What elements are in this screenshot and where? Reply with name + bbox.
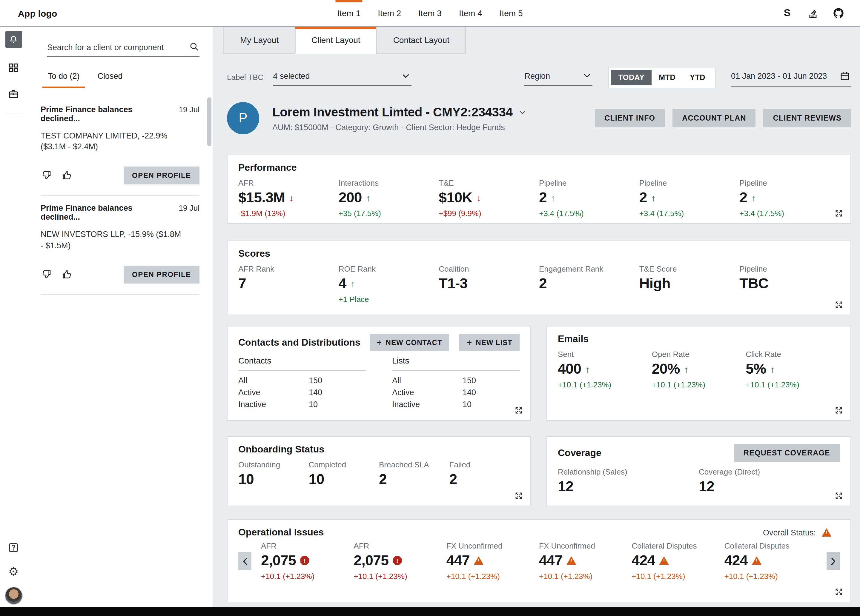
top-bar: App logo Item 1Item 2Item 3Item 4Item 5 …	[0, 0, 860, 27]
region-dropdown[interactable]: Region	[524, 69, 592, 86]
expand-icon[interactable]	[834, 209, 844, 218]
new-contact-button[interactable]: +NEW CONTACT	[369, 334, 449, 351]
briefcase-icon[interactable]	[5, 85, 22, 102]
metric-value: 12	[558, 478, 573, 495]
metric-sub: +3.4 (17.5%)	[539, 209, 639, 218]
arrow-down-icon: ↓	[289, 193, 294, 203]
metric-sub: +35 (17.5%)	[339, 209, 439, 218]
metric-value: 2,075	[353, 552, 389, 569]
metric-value: 10	[238, 471, 254, 487]
github-icon[interactable]	[833, 7, 844, 19]
stackoverflow-icon[interactable]	[807, 7, 819, 19]
metric-value: High	[639, 275, 670, 292]
metric-label: Sent	[558, 350, 652, 359]
search-icon[interactable]	[189, 41, 199, 52]
tab-my-layout[interactable]: My Layout	[223, 27, 295, 54]
expand-icon[interactable]	[834, 300, 844, 310]
metric-sub: +3.4 (17.5%)	[739, 209, 840, 218]
calendar-icon	[840, 71, 850, 81]
thumb-up-icon[interactable]	[61, 170, 74, 182]
carousel-next-button[interactable]	[827, 552, 840, 570]
client-reviews-button[interactable]: CLIENT REVIEWS	[764, 109, 851, 127]
multi-select-value: 4 selected	[273, 71, 310, 80]
carousel-prev-button[interactable]	[238, 552, 251, 570]
metric-afr-rank: AFR Rank7	[238, 265, 339, 304]
bell-icon[interactable]	[5, 31, 22, 48]
card-title: Prime Finance balances declined...	[41, 204, 173, 222]
request-coverage-button[interactable]: REQUEST COVERAGE	[734, 444, 840, 462]
thumb-up-icon[interactable]	[61, 269, 74, 281]
table-row: Inactive10	[392, 400, 519, 409]
group-heading: Contacts	[238, 356, 366, 371]
metric-sub: -$1.9M (13%)	[238, 209, 339, 218]
top-nav-item-4[interactable]: Item 4	[457, 0, 484, 26]
metric-outstanding: Outstanding10	[238, 460, 309, 487]
top-nav-item-5[interactable]: Item 5	[498, 0, 525, 26]
s-logo-icon[interactable]: S	[781, 7, 793, 19]
help-icon[interactable]	[5, 539, 22, 556]
metric-value: 12	[699, 478, 714, 495]
metric-breached-sla: Breached SLA2	[379, 460, 449, 487]
warning-icon: !	[822, 528, 831, 537]
tab-contact-layout[interactable]: Contact Layout	[377, 27, 466, 54]
panel-title: Performance	[238, 162, 840, 173]
open-profile-button[interactable]: OPEN PROFILE	[124, 266, 199, 284]
top-nav-item-3[interactable]: Item 3	[417, 0, 443, 26]
metric-sub: +10.1 (+1.23%)	[353, 572, 446, 581]
tab-client-layout[interactable]: Client Layout	[295, 27, 377, 54]
metric-label: AFR	[353, 541, 446, 550]
metric-label: FX Unconfirmed	[539, 541, 632, 550]
top-nav-item-2[interactable]: Item 2	[376, 0, 403, 26]
account-plan-button[interactable]: ACCOUNT PLAN	[672, 109, 755, 127]
main-area: My LayoutClient LayoutContact Layout Lab…	[213, 27, 860, 607]
expand-icon[interactable]	[514, 491, 524, 501]
period-option-today[interactable]: TODAY	[611, 69, 651, 85]
contacts-group-lists: ListsAll150Active140Inactive10	[392, 356, 519, 409]
date-range-picker[interactable]: 01 Jan 2023 - 01 Jun 2023	[731, 68, 851, 86]
row-label: Active	[392, 388, 463, 397]
expand-icon[interactable]	[834, 491, 844, 501]
metric-sub: +10.1 (+1.23%)	[558, 380, 652, 389]
thumb-down-icon[interactable]	[41, 170, 53, 182]
period-option-ytd[interactable]: YTD	[683, 69, 712, 85]
period-option-mtd[interactable]: MTD	[651, 69, 683, 85]
expand-icon[interactable]	[514, 406, 524, 415]
thumb-down-icon[interactable]	[41, 269, 53, 281]
chevron-down-icon[interactable]	[518, 108, 527, 116]
table-row: Active140	[392, 388, 519, 397]
rail-divider	[5, 113, 22, 113]
open-profile-button[interactable]: OPEN PROFILE	[124, 167, 199, 185]
settings-gear-icon[interactable]: ⚙	[5, 563, 22, 580]
client-title: Lorem Investment Limted - CMY2:234334	[272, 105, 512, 119]
layout-tabs: My LayoutClient LayoutContact Layout	[213, 27, 860, 54]
metric-label: Open Rate	[652, 350, 746, 359]
notification-card: Prime Finance balances declined...19 Jul…	[41, 196, 199, 295]
filter-label: Label TBC	[227, 73, 264, 82]
panel-title: Onboarding Status	[238, 444, 519, 455]
expand-icon[interactable]	[834, 406, 844, 415]
user-avatar[interactable]	[5, 587, 22, 605]
metric-sub: +1 Place	[339, 295, 439, 304]
group-heading: Lists	[392, 356, 519, 371]
client-info-button[interactable]: CLIENT INFO	[595, 109, 665, 127]
expand-icon[interactable]	[834, 587, 844, 597]
multi-select-dropdown[interactable]: 4 selected	[273, 69, 411, 86]
metric-value: 2	[639, 189, 647, 206]
metric-sent: Sent400↑+10.1 (+1.23%)	[558, 350, 652, 389]
search-input[interactable]	[47, 43, 189, 52]
row-label: All	[392, 376, 463, 385]
top-nav-item-1[interactable]: Item 1	[335, 0, 362, 26]
warning-icon: !	[474, 556, 483, 565]
sidebar-tab-closed[interactable]: Closed	[92, 72, 128, 88]
row-label: Active	[238, 388, 309, 397]
arrow-up-icon: ↑	[366, 193, 370, 203]
metric-sub: +10.1 (+1.23%)	[724, 572, 817, 581]
apps-grid-icon[interactable]	[5, 59, 22, 76]
sidebar-tab-to-do-2[interactable]: To do (2)	[42, 72, 85, 88]
metric-label: Interactions	[339, 179, 439, 187]
metric-label: Coalition	[439, 265, 539, 273]
metric-value: 2	[539, 275, 547, 292]
sidebar-scrollbar[interactable]	[207, 97, 212, 146]
bottom-bar	[0, 607, 860, 616]
new-list-button[interactable]: +NEW LIST	[460, 334, 519, 351]
